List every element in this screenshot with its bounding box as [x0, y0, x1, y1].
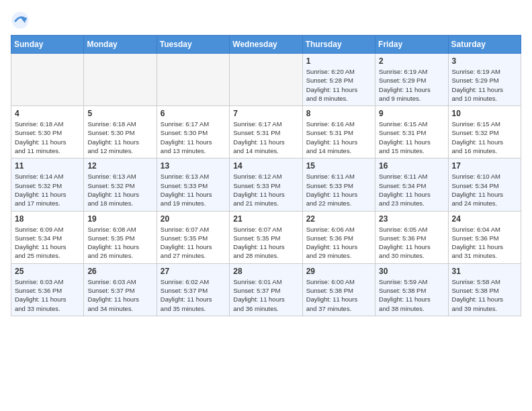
day-number: 2 — [379, 56, 444, 66]
calendar-cell: 8Sunrise: 6:16 AM Sunset: 5:31 PM Daylig… — [302, 106, 375, 158]
day-info: Sunrise: 6:17 AM Sunset: 5:30 PM Dayligh… — [161, 120, 226, 155]
day-number: 11 — [15, 161, 80, 171]
calendar-cell — [230, 54, 302, 106]
day-number: 9 — [379, 109, 444, 118]
day-header-monday: Monday — [84, 36, 157, 54]
day-number: 29 — [306, 267, 371, 276]
day-info: Sunrise: 6:15 AM Sunset: 5:31 PM Dayligh… — [379, 120, 444, 155]
day-number: 22 — [306, 214, 371, 224]
day-info: Sunrise: 6:00 AM Sunset: 5:38 PM Dayligh… — [306, 277, 371, 313]
day-info: Sunrise: 6:08 AM Sunset: 5:35 PM Dayligh… — [87, 225, 152, 261]
calendar-cell: 24Sunrise: 6:04 AM Sunset: 5:36 PM Dayli… — [448, 211, 521, 263]
day-info: Sunrise: 6:03 AM Sunset: 5:37 PM Dayligh… — [87, 277, 152, 313]
day-header-saturday: Saturday — [448, 36, 521, 54]
day-number: 14 — [233, 161, 298, 171]
day-info: Sunrise: 6:16 AM Sunset: 5:31 PM Dayligh… — [306, 120, 371, 155]
calendar-cell: 20Sunrise: 6:07 AM Sunset: 5:35 PM Dayli… — [157, 211, 229, 263]
page-header — [11, 11, 521, 30]
day-info: Sunrise: 6:12 AM Sunset: 5:33 PM Dayligh… — [233, 172, 298, 208]
day-header-tuesday: Tuesday — [157, 36, 229, 54]
day-header-thursday: Thursday — [302, 36, 375, 54]
day-info: Sunrise: 6:10 AM Sunset: 5:34 PM Dayligh… — [452, 172, 517, 208]
calendar-cell: 15Sunrise: 6:11 AM Sunset: 5:33 PM Dayli… — [302, 158, 375, 211]
logo-icon — [11, 11, 30, 30]
day-number: 15 — [306, 161, 371, 171]
calendar-cell: 14Sunrise: 6:12 AM Sunset: 5:33 PM Dayli… — [230, 158, 302, 211]
day-info: Sunrise: 6:19 AM Sunset: 5:29 PM Dayligh… — [379, 67, 444, 103]
week-row-2: 4Sunrise: 6:18 AM Sunset: 5:30 PM Daylig… — [11, 106, 521, 158]
day-number: 31 — [452, 267, 517, 276]
day-number: 19 — [87, 214, 152, 224]
day-number: 25 — [15, 267, 80, 276]
day-info: Sunrise: 6:06 AM Sunset: 5:36 PM Dayligh… — [306, 225, 371, 261]
calendar-cell: 3Sunrise: 6:19 AM Sunset: 5:29 PM Daylig… — [448, 54, 521, 106]
calendar-cell — [157, 54, 229, 106]
day-number: 10 — [452, 109, 517, 118]
day-info: Sunrise: 6:17 AM Sunset: 5:31 PM Dayligh… — [233, 120, 298, 155]
day-number: 28 — [233, 267, 298, 276]
day-info: Sunrise: 6:11 AM Sunset: 5:34 PM Dayligh… — [379, 172, 444, 208]
day-number: 8 — [306, 109, 371, 118]
calendar-cell: 23Sunrise: 6:05 AM Sunset: 5:36 PM Dayli… — [375, 211, 448, 263]
day-info: Sunrise: 6:20 AM Sunset: 5:28 PM Dayligh… — [306, 67, 371, 103]
day-info: Sunrise: 6:07 AM Sunset: 5:35 PM Dayligh… — [233, 225, 298, 261]
day-header-wednesday: Wednesday — [230, 36, 302, 54]
day-header-sunday: Sunday — [11, 36, 84, 54]
calendar-cell: 30Sunrise: 5:59 AM Sunset: 5:38 PM Dayli… — [375, 263, 448, 316]
calendar-cell: 17Sunrise: 6:10 AM Sunset: 5:34 PM Dayli… — [448, 158, 521, 211]
day-number: 30 — [379, 267, 444, 276]
calendar-cell: 13Sunrise: 6:13 AM Sunset: 5:33 PM Dayli… — [157, 158, 229, 211]
calendar-cell: 26Sunrise: 6:03 AM Sunset: 5:37 PM Dayli… — [84, 263, 157, 316]
day-number: 7 — [233, 109, 298, 118]
calendar-cell: 6Sunrise: 6:17 AM Sunset: 5:30 PM Daylig… — [157, 106, 229, 158]
calendar-cell: 31Sunrise: 5:58 AM Sunset: 5:38 PM Dayli… — [448, 263, 521, 316]
day-number: 21 — [233, 214, 298, 224]
calendar-cell: 1Sunrise: 6:20 AM Sunset: 5:28 PM Daylig… — [302, 54, 375, 106]
day-number: 1 — [306, 56, 371, 66]
calendar-cell — [84, 54, 157, 106]
day-info: Sunrise: 6:04 AM Sunset: 5:36 PM Dayligh… — [452, 225, 517, 261]
day-info: Sunrise: 6:01 AM Sunset: 5:37 PM Dayligh… — [233, 277, 298, 313]
day-number: 27 — [161, 267, 226, 276]
calendar-cell: 11Sunrise: 6:14 AM Sunset: 5:32 PM Dayli… — [11, 158, 84, 211]
day-info: Sunrise: 6:03 AM Sunset: 5:36 PM Dayligh… — [15, 277, 80, 313]
calendar-cell: 9Sunrise: 6:15 AM Sunset: 5:31 PM Daylig… — [375, 106, 448, 158]
calendar-cell: 2Sunrise: 6:19 AM Sunset: 5:29 PM Daylig… — [375, 54, 448, 106]
day-number: 18 — [15, 214, 80, 224]
calendar-cell: 29Sunrise: 6:00 AM Sunset: 5:38 PM Dayli… — [302, 263, 375, 316]
calendar-cell: 7Sunrise: 6:17 AM Sunset: 5:31 PM Daylig… — [230, 106, 302, 158]
week-row-1: 1Sunrise: 6:20 AM Sunset: 5:28 PM Daylig… — [11, 54, 521, 106]
day-header-friday: Friday — [375, 36, 448, 54]
calendar-header-row: SundayMondayTuesdayWednesdayThursdayFrid… — [11, 36, 521, 54]
svg-point-0 — [11, 11, 28, 28]
day-info: Sunrise: 6:19 AM Sunset: 5:29 PM Dayligh… — [452, 67, 517, 103]
calendar-cell: 4Sunrise: 6:18 AM Sunset: 5:30 PM Daylig… — [11, 106, 84, 158]
calendar-cell — [11, 54, 84, 106]
day-info: Sunrise: 5:59 AM Sunset: 5:38 PM Dayligh… — [379, 277, 444, 313]
day-number: 20 — [161, 214, 226, 224]
day-number: 24 — [452, 214, 517, 224]
day-info: Sunrise: 6:18 AM Sunset: 5:30 PM Dayligh… — [15, 120, 80, 155]
calendar-cell: 16Sunrise: 6:11 AM Sunset: 5:34 PM Dayli… — [375, 158, 448, 211]
calendar-cell: 27Sunrise: 6:02 AM Sunset: 5:37 PM Dayli… — [157, 263, 229, 316]
day-info: Sunrise: 6:13 AM Sunset: 5:33 PM Dayligh… — [161, 172, 226, 208]
logo — [11, 11, 32, 30]
calendar-cell: 5Sunrise: 6:18 AM Sunset: 5:30 PM Daylig… — [84, 106, 157, 158]
day-info: Sunrise: 6:09 AM Sunset: 5:34 PM Dayligh… — [15, 225, 80, 261]
day-number: 12 — [87, 161, 152, 171]
week-row-4: 18Sunrise: 6:09 AM Sunset: 5:34 PM Dayli… — [11, 211, 521, 263]
calendar-cell: 18Sunrise: 6:09 AM Sunset: 5:34 PM Dayli… — [11, 211, 84, 263]
day-number: 17 — [452, 161, 517, 171]
calendar-cell: 22Sunrise: 6:06 AM Sunset: 5:36 PM Dayli… — [302, 211, 375, 263]
day-info: Sunrise: 6:18 AM Sunset: 5:30 PM Dayligh… — [87, 120, 152, 155]
day-info: Sunrise: 6:11 AM Sunset: 5:33 PM Dayligh… — [306, 172, 371, 208]
calendar-cell: 19Sunrise: 6:08 AM Sunset: 5:35 PM Dayli… — [84, 211, 157, 263]
day-number: 26 — [87, 267, 152, 276]
day-number: 6 — [161, 109, 226, 118]
day-info: Sunrise: 6:13 AM Sunset: 5:32 PM Dayligh… — [87, 172, 152, 208]
day-info: Sunrise: 5:58 AM Sunset: 5:38 PM Dayligh… — [452, 277, 517, 313]
calendar-table: SundayMondayTuesdayWednesdayThursdayFrid… — [11, 35, 521, 316]
day-number: 23 — [379, 214, 444, 224]
calendar-cell: 28Sunrise: 6:01 AM Sunset: 5:37 PM Dayli… — [230, 263, 302, 316]
week-row-3: 11Sunrise: 6:14 AM Sunset: 5:32 PM Dayli… — [11, 158, 521, 211]
